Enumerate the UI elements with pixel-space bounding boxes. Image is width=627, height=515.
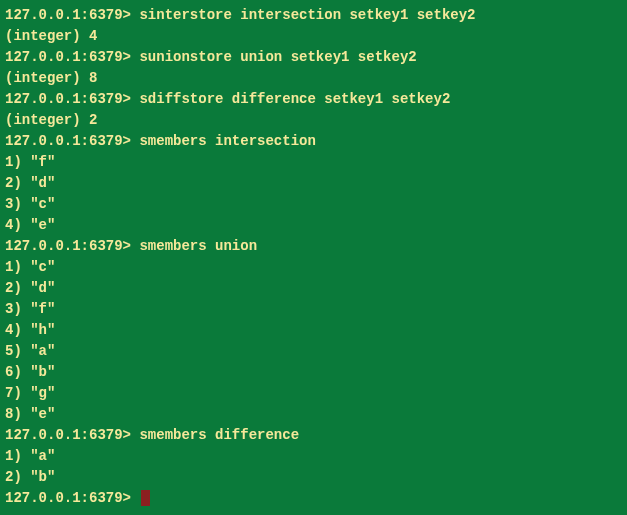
prompt: 127.0.0.1:6379>	[5, 49, 131, 65]
output-line: 2) "d"	[5, 278, 622, 299]
command-text: sunionstore union setkey1 setkey2	[139, 49, 416, 65]
output-line: 6) "b"	[5, 362, 622, 383]
prompt: 127.0.0.1:6379>	[5, 133, 131, 149]
output-line: 4) "h"	[5, 320, 622, 341]
command-text: smembers union	[139, 238, 257, 254]
command-text: sinterstore intersection setkey1 setkey2	[139, 7, 475, 23]
prompt: 127.0.0.1:6379>	[5, 7, 131, 23]
output-line: 3) "f"	[5, 299, 622, 320]
command-line: 127.0.0.1:6379> smembers union	[5, 236, 622, 257]
prompt: 127.0.0.1:6379>	[5, 427, 131, 443]
output-line: 1) "a"	[5, 446, 622, 467]
terminal-output: 127.0.0.1:6379> sinterstore intersection…	[5, 5, 622, 509]
output-line: 4) "e"	[5, 215, 622, 236]
output-line: 1) "f"	[5, 152, 622, 173]
command-line: 127.0.0.1:6379> sinterstore intersection…	[5, 5, 622, 26]
output-line: 2) "d"	[5, 173, 622, 194]
command-line: 127.0.0.1:6379> smembers intersection	[5, 131, 622, 152]
output-line: 5) "a"	[5, 341, 622, 362]
command-line: 127.0.0.1:6379> sunionstore union setkey…	[5, 47, 622, 68]
command-line[interactable]: 127.0.0.1:6379>	[5, 488, 622, 509]
output-line: 2) "b"	[5, 467, 622, 488]
output-line: (integer) 2	[5, 110, 622, 131]
command-line: 127.0.0.1:6379> sdiffstore difference se…	[5, 89, 622, 110]
cursor-icon	[141, 490, 150, 506]
prompt: 127.0.0.1:6379>	[5, 490, 131, 506]
command-line: 127.0.0.1:6379> smembers difference	[5, 425, 622, 446]
prompt: 127.0.0.1:6379>	[5, 238, 131, 254]
output-line: 7) "g"	[5, 383, 622, 404]
output-line: 8) "e"	[5, 404, 622, 425]
prompt: 127.0.0.1:6379>	[5, 91, 131, 107]
command-text: smembers intersection	[139, 133, 315, 149]
output-line: (integer) 4	[5, 26, 622, 47]
command-text: smembers difference	[139, 427, 299, 443]
output-line: (integer) 8	[5, 68, 622, 89]
command-text: sdiffstore difference setkey1 setkey2	[139, 91, 450, 107]
output-line: 1) "c"	[5, 257, 622, 278]
output-line: 3) "c"	[5, 194, 622, 215]
